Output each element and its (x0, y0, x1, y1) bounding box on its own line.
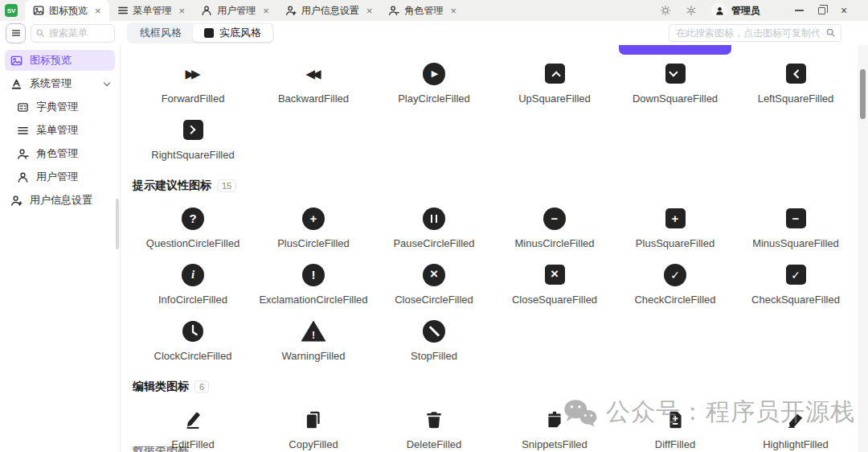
tab-user-mgmt[interactable]: 用户管理× (193, 0, 277, 21)
sidebar-item-menu-mgmt[interactable]: 菜单管理 (11, 120, 115, 141)
sidebar-item-dict-mgmt[interactable]: 字典管理 (11, 97, 115, 117)
user-settings-icon (10, 195, 23, 207)
icon-CloseSquareFilled[interactable]: ×CloseSquareFilled (494, 256, 615, 312)
scrolled-button-remnant[interactable] (619, 45, 731, 55)
InfoCircleFilled-icon: i (182, 256, 204, 294)
icon-label: RightSquareFilled (151, 149, 234, 161)
WarningFilled-icon: ! (301, 312, 326, 350)
sidebar-item-label: 用户管理 (36, 170, 78, 184)
sidebar-header (0, 21, 121, 45)
icon-StopFilled[interactable]: StopFilled (374, 312, 494, 368)
icon-label: CloseSquareFilled (512, 294, 597, 306)
icon-DownSquareFilled[interactable]: DownSquareFilled (615, 55, 735, 111)
tab-user-info-settings[interactable]: 用户信息设置× (277, 0, 381, 21)
icon-QuestionCircleFilled[interactable]: ?QuestionCircleFilled (133, 199, 253, 256)
sidebar-item-label: 图标预览 (30, 53, 72, 68)
tab-close-icon[interactable]: × (179, 6, 186, 16)
icon-EditFilled[interactable]: EditFilled (133, 401, 253, 452)
tab-menu-mgmt[interactable]: 菜单管理× (109, 0, 194, 21)
icon-LeftSquareFilled[interactable]: LeftSquareFilled (735, 55, 856, 111)
RightSquareFilled-icon (183, 111, 203, 149)
icon-label: CheckCircleFilled (634, 294, 715, 306)
DeleteFilled-icon (424, 401, 444, 438)
icon-DeleteFilled[interactable]: DeleteFilled (374, 401, 494, 452)
sidebar-item-system-mgmt[interactable]: 系统管理 (5, 73, 115, 94)
icon-BackwardFilled[interactable]: ◀◀BackwardFilled (253, 55, 374, 111)
icon-RightSquareFilled[interactable]: RightSquareFilled (133, 111, 253, 167)
search-icon[interactable] (825, 27, 836, 38)
sidebar-toggle-button[interactable] (6, 23, 26, 43)
icon-MinusCircleFilled[interactable]: −MinusCircleFilled (494, 199, 615, 256)
menu-icon (17, 125, 29, 137)
sidebar-item-role-mgmt[interactable]: 角色管理 (11, 143, 115, 164)
chevron-down-icon (104, 79, 110, 85)
sidebar-item-label: 用户信息设置 (30, 193, 92, 208)
sidebar: 图标预览系统管理字典管理菜单管理角色管理用户管理用户信息设置 (0, 45, 121, 452)
icon-CheckCircleFilled[interactable]: ✓CheckCircleFilled (615, 256, 735, 312)
minimize-button[interactable] (788, 0, 810, 21)
titlebar-right: 管理员 × (660, 0, 868, 21)
EditFilled-icon (182, 401, 203, 438)
icon-DiffFilled[interactable]: DiffFilled (615, 401, 735, 452)
tab-close-icon[interactable]: × (450, 6, 457, 16)
ExclamationCircleFilled-icon: ! (302, 256, 325, 294)
PlayCircleFilled-icon: ▶ (423, 55, 445, 92)
icon-CloseCircleFilled[interactable]: ×CloseCircleFilled (374, 256, 494, 312)
icon-ExclamationCircleFilled[interactable]: !ExclamationCircleFilled (253, 256, 374, 312)
QuestionCircleFilled-icon: ? (182, 199, 204, 237)
tab-close-icon[interactable]: × (366, 6, 373, 16)
user-avatar[interactable] (711, 2, 727, 18)
PlusSquareFilled-icon: + (665, 199, 686, 237)
icon-WarningFilled[interactable]: !WarningFilled (253, 312, 374, 368)
icon-PauseCircleFilled[interactable]: PauseCircleFilled (374, 199, 494, 256)
icon-PlayCircleFilled[interactable]: ▶PlayCircleFilled (374, 55, 494, 111)
icon-search-input[interactable] (669, 24, 841, 42)
theme-sun-icon[interactable] (660, 5, 671, 16)
font-icon (10, 78, 23, 90)
sidebar-item-user-info-settings[interactable]: 用户信息设置 (5, 190, 115, 211)
icon-InfoCircleFilled[interactable]: iInfoCircleFilled (133, 256, 253, 312)
tab-role-mgmt[interactable]: 角色管理× (380, 0, 465, 21)
icon-MinusSquareFilled[interactable]: −MinusSquareFilled (735, 199, 856, 256)
gear-icon[interactable] (686, 5, 697, 16)
sidebar-item-icon-preview[interactable]: 图标预览 (5, 50, 115, 71)
restore-button[interactable] (810, 0, 833, 21)
close-button[interactable]: × (833, 0, 855, 21)
icon-CopyFilled[interactable]: CopyFilled (253, 401, 374, 452)
UpSquareFilled-icon (545, 55, 565, 92)
icon-UpSquareFilled[interactable]: UpSquareFilled (494, 55, 615, 111)
tab-icon-preview[interactable]: 图标预览× (25, 0, 109, 21)
section-header: 数据类图标 (133, 446, 189, 452)
sidebar-item-user-mgmt[interactable]: 用户管理 (11, 166, 115, 187)
MinusSquareFilled-icon: − (786, 199, 806, 237)
CopyFilled-icon (303, 401, 324, 438)
ForwardFilled-icon: ▶▶ (185, 55, 200, 92)
SnippetsFilled-icon (544, 401, 565, 438)
icon-label: PauseCircleFilled (393, 237, 474, 249)
icon-label: DiffFilled (655, 438, 695, 450)
content-header: 线框风格实底风格 (121, 21, 868, 45)
tab-close-icon[interactable]: × (95, 6, 101, 16)
sidebar-scrollbar[interactable] (116, 199, 119, 249)
style-tab-solid[interactable]: 实底风格 (193, 24, 272, 42)
user-name[interactable]: 管理员 (731, 4, 760, 18)
tab-close-icon[interactable]: × (263, 6, 269, 16)
icon-HighlightFilled[interactable]: HighlightFilled (735, 401, 856, 452)
icon-PlusCircleFilled[interactable]: +PlusCircleFilled (253, 199, 374, 256)
section-count-badge: 6 (194, 380, 209, 393)
icon-label: UpSquareFilled (518, 92, 591, 105)
icon-ClockCircleFilled[interactable]: ClockCircleFilled (133, 312, 253, 368)
icon-ForwardFilled[interactable]: ▶▶ForwardFilled (133, 55, 253, 111)
user-icon (17, 171, 29, 183)
icon-CheckSquareFilled[interactable]: ✓CheckSquareFilled (735, 256, 856, 312)
icon-SnippetsFilled[interactable]: SnippetsFilled (494, 401, 615, 452)
icon-label: LeftSquareFilled (758, 92, 834, 105)
icon-label: InfoCircleFilled (158, 294, 227, 306)
style-tab-wireframe[interactable]: 线框风格 (129, 24, 193, 42)
icon-label: BackwardFilled (278, 92, 349, 105)
icon-PlusSquareFilled[interactable]: +PlusSquareFilled (615, 199, 735, 256)
ClockCircleFilled-icon (182, 312, 204, 350)
icon-label: QuestionCircleFilled (146, 237, 240, 249)
sidebar-item-label: 菜单管理 (36, 123, 78, 138)
MinusCircleFilled-icon: − (543, 199, 566, 237)
